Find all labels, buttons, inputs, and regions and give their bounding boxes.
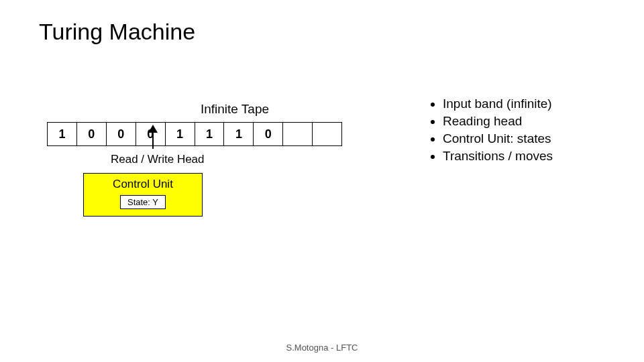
bullet-item: Control Unit: states (443, 131, 553, 146)
head-arrow-icon (148, 125, 158, 149)
control-unit-label: Control Unit (84, 178, 202, 191)
tape-cell: 1 (166, 123, 195, 145)
tape-cell (283, 123, 313, 145)
footer-text: S.Motogna - LFTC (0, 343, 644, 353)
tape-cell: 0 (254, 123, 283, 145)
turing-diagram: Infinite Tape 10001110 Read / Write Head… (47, 102, 342, 146)
tape-cell: 0 (77, 123, 107, 145)
tape-cell: 1 (48, 123, 77, 145)
bullet-item: Input band (infinite) (443, 97, 553, 111)
tape-label: Infinite Tape (127, 102, 342, 117)
read-write-head-label: Read / Write Head (111, 153, 205, 166)
bullet-list: Input band (infinite)Reading headControl… (429, 97, 553, 166)
tape-cell: 1 (224, 123, 254, 145)
slide-title: Turing Machine (39, 19, 195, 45)
tape-cell: 1 (195, 123, 225, 145)
control-unit-box: Control Unit State: Y (83, 173, 203, 217)
state-box: State: Y (120, 195, 166, 209)
bullet-item: Transitions / moves (443, 149, 553, 164)
tape: 10001110 (47, 122, 342, 146)
bullet-item: Reading head (443, 114, 553, 129)
tape-cell (313, 123, 342, 145)
tape-cell: 0 (107, 123, 136, 145)
